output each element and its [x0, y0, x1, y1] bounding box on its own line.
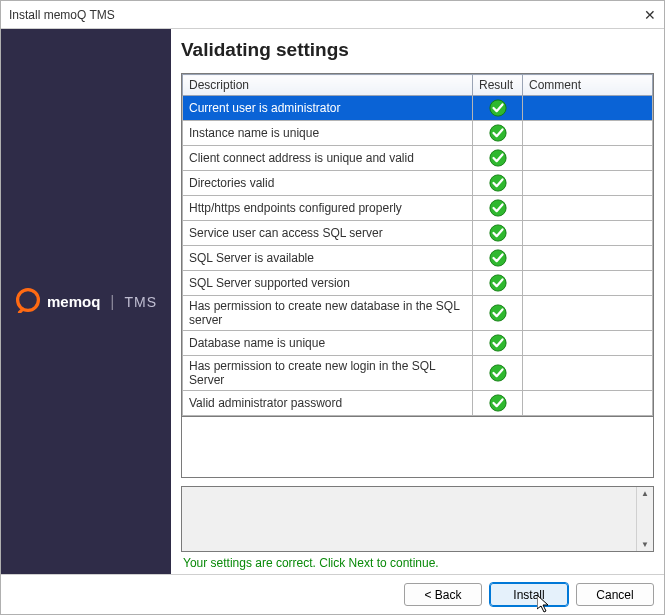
status-message: Your settings are correct. Click Next to…: [181, 552, 654, 574]
cell-result: [473, 331, 523, 356]
cell-description: Has permission to create new database in…: [183, 296, 473, 331]
check-ok-icon: [489, 275, 507, 289]
brand-name: memoq: [47, 293, 100, 310]
cell-description: SQL Server is available: [183, 246, 473, 271]
footer-button-bar: < Back Install Cancel: [1, 574, 664, 614]
titlebar: Install memoQ TMS ✕: [1, 1, 664, 29]
scrollbar[interactable]: ▲ ▼: [636, 487, 653, 551]
cell-description: Has permission to create new login in th…: [183, 356, 473, 391]
cell-result: [473, 271, 523, 296]
check-ok-icon: [489, 365, 507, 379]
main-panel: Validating settings Description Result C…: [171, 29, 664, 574]
memoq-logo-icon: [15, 287, 41, 316]
cell-comment: [523, 391, 653, 416]
check-ok-icon: [489, 250, 507, 264]
check-ok-icon: [489, 305, 507, 319]
cell-comment: [523, 96, 653, 121]
table-empty-space: [181, 417, 654, 478]
cell-description: SQL Server supported version: [183, 271, 473, 296]
back-button[interactable]: < Back: [404, 583, 482, 606]
col-description[interactable]: Description: [183, 75, 473, 96]
cell-comment: [523, 356, 653, 391]
table-row[interactable]: Http/https endpoints configured properly: [183, 196, 653, 221]
col-comment[interactable]: Comment: [523, 75, 653, 96]
scroll-up-icon[interactable]: ▲: [641, 489, 649, 498]
cell-result: [473, 246, 523, 271]
table-header-row: Description Result Comment: [183, 75, 653, 96]
cell-result: [473, 356, 523, 391]
table-row[interactable]: Database name is unique: [183, 331, 653, 356]
cell-comment: [523, 171, 653, 196]
cell-comment: [523, 296, 653, 331]
log-textarea[interactable]: ▲ ▼: [181, 486, 654, 552]
cell-result: [473, 121, 523, 146]
table-row[interactable]: Has permission to create new database in…: [183, 296, 653, 331]
brand-suffix: TMS: [124, 294, 157, 310]
cell-description: Instance name is unique: [183, 121, 473, 146]
check-ok-icon: [489, 335, 507, 349]
table-row[interactable]: SQL Server supported version: [183, 271, 653, 296]
table-row[interactable]: Valid administrator password: [183, 391, 653, 416]
table-row[interactable]: Client connect address is unique and val…: [183, 146, 653, 171]
sidebar: memoq | TMS: [1, 29, 171, 574]
validation-table-wrap: Description Result Comment Current user …: [181, 73, 654, 417]
close-icon[interactable]: ✕: [626, 7, 656, 23]
cell-comment: [523, 331, 653, 356]
cell-result: [473, 296, 523, 331]
table-row[interactable]: Instance name is unique: [183, 121, 653, 146]
install-button[interactable]: Install: [490, 583, 568, 606]
check-ok-icon: [489, 150, 507, 164]
check-ok-icon: [489, 225, 507, 239]
cell-comment: [523, 271, 653, 296]
table-row[interactable]: Service user can access SQL server: [183, 221, 653, 246]
cell-result: [473, 96, 523, 121]
table-row[interactable]: SQL Server is available: [183, 246, 653, 271]
cell-result: [473, 146, 523, 171]
check-ok-icon: [489, 125, 507, 139]
installer-window: Install memoQ TMS ✕ memoq | TMS Validati…: [0, 0, 665, 615]
page-title: Validating settings: [181, 39, 654, 61]
cell-description: Database name is unique: [183, 331, 473, 356]
cell-description: Directories valid: [183, 171, 473, 196]
table-row[interactable]: Directories valid: [183, 171, 653, 196]
table-row[interactable]: Current user is administrator: [183, 96, 653, 121]
cell-comment: [523, 246, 653, 271]
cell-description: Http/https endpoints configured properly: [183, 196, 473, 221]
svg-point-0: [18, 290, 39, 311]
cell-description: Service user can access SQL server: [183, 221, 473, 246]
cell-comment: [523, 146, 653, 171]
check-ok-icon: [489, 395, 507, 409]
cell-result: [473, 391, 523, 416]
window-title: Install memoQ TMS: [9, 8, 115, 22]
check-ok-icon: [489, 100, 507, 114]
check-ok-icon: [489, 175, 507, 189]
cell-comment: [523, 121, 653, 146]
cancel-button[interactable]: Cancel: [576, 583, 654, 606]
cell-result: [473, 196, 523, 221]
scroll-down-icon[interactable]: ▼: [641, 540, 649, 549]
cell-result: [473, 221, 523, 246]
brand-separator: |: [110, 293, 114, 311]
cell-description: Valid administrator password: [183, 391, 473, 416]
table-row[interactable]: Has permission to create new login in th…: [183, 356, 653, 391]
cell-comment: [523, 196, 653, 221]
col-result[interactable]: Result: [473, 75, 523, 96]
content-area: memoq | TMS Validating settings Descript…: [1, 29, 664, 574]
validation-table: Description Result Comment Current user …: [182, 74, 653, 416]
cell-description: Current user is administrator: [183, 96, 473, 121]
cell-result: [473, 171, 523, 196]
cell-description: Client connect address is unique and val…: [183, 146, 473, 171]
brand-logo-block: memoq | TMS: [15, 287, 157, 316]
cell-comment: [523, 221, 653, 246]
check-ok-icon: [489, 200, 507, 214]
